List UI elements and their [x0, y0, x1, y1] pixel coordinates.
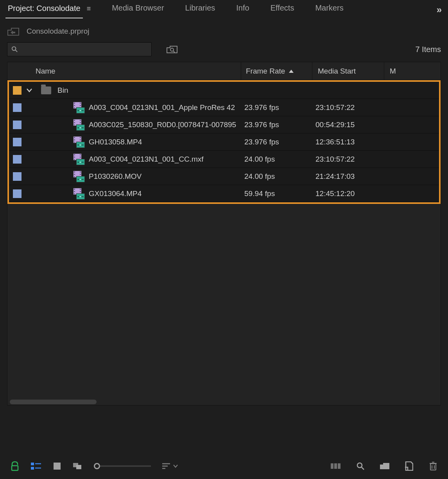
svg-rect-7	[31, 467, 34, 470]
column-name[interactable]: Name	[29, 62, 241, 80]
svg-point-18	[357, 463, 362, 468]
clip-name: P1030260.MOV	[89, 172, 244, 181]
video-audio-clip-icon	[73, 188, 85, 200]
zoom-slider[interactable]	[94, 463, 151, 469]
project-header: Consolodate.prproj	[0, 20, 448, 40]
clip-frame-rate: 23.976 fps	[244, 138, 315, 146]
bin-row[interactable]: Bin	[9, 82, 439, 99]
sort-ascending-icon	[289, 70, 294, 73]
svg-point-0	[12, 47, 16, 50]
svg-rect-5	[31, 463, 34, 465]
tab-media-browser[interactable]: Media Browser	[109, 2, 166, 17]
tab-libraries[interactable]: Libraries	[183, 2, 218, 17]
horizontal-scrollbar[interactable]	[7, 399, 441, 405]
item-count: 7 Items	[415, 45, 441, 54]
sort-menu-button[interactable]	[162, 463, 178, 470]
tabs-overflow-button[interactable]: »	[434, 4, 444, 15]
label-chip[interactable]	[13, 103, 22, 112]
clip-frame-rate: 59.94 fps	[244, 189, 315, 198]
label-chip[interactable]	[13, 189, 22, 198]
list-view-button[interactable]	[29, 459, 43, 473]
clip-frame-rate: 24.00 fps	[244, 172, 315, 181]
search-row: 7 Items	[0, 40, 448, 62]
svg-rect-15	[331, 463, 333, 469]
clip-media-start: 12:45:12:20	[315, 189, 387, 198]
navigate-up-icon[interactable]	[7, 27, 20, 36]
clip-media-start: 00:54:29:15	[315, 121, 387, 129]
svg-line-1	[15, 50, 17, 52]
clip-name: A003_C004_0213N1_001_Apple ProRes 42	[89, 103, 244, 112]
new-bin-button[interactable]	[378, 459, 392, 473]
bottom-toolbar	[0, 453, 448, 479]
tab-markers[interactable]: Markers	[313, 2, 346, 17]
tab-project[interactable]: Project: Consolodate	[5, 3, 83, 18]
panel-tab-strip: Project: Consolodate ≡ Media Browser Lib…	[0, 0, 448, 20]
clip-row[interactable]: A003_C004_0213N1_001_Apple ProRes 42 23.…	[9, 99, 439, 116]
new-item-button[interactable]	[402, 459, 416, 473]
svg-rect-4	[12, 466, 18, 470]
svg-line-19	[362, 467, 364, 470]
column-frame-rate[interactable]: Frame Rate	[241, 62, 312, 80]
video-audio-clip-icon	[73, 153, 85, 165]
svg-rect-20	[430, 464, 436, 470]
svg-rect-16	[334, 463, 337, 469]
clip-name: GX013064.MP4	[89, 189, 244, 198]
chevron-down-icon	[26, 88, 32, 93]
chevron-down-icon	[173, 464, 178, 468]
clip-frame-rate: 24.00 fps	[244, 155, 315, 164]
video-audio-clip-icon	[73, 136, 85, 148]
panel-menu-icon[interactable]: ≡	[85, 5, 93, 15]
clip-media-start: 12:36:51:13	[315, 138, 387, 146]
clip-row[interactable]: A003_C004_0213N1_001_CC.mxf 24.00 fps 23…	[9, 151, 439, 168]
new-search-bin-button[interactable]	[167, 45, 178, 54]
clip-frame-rate: 23.976 fps	[244, 121, 315, 129]
zoom-slider-knob[interactable]	[94, 463, 100, 469]
label-chip[interactable]	[13, 86, 22, 95]
find-button[interactable]	[353, 459, 367, 473]
clip-row[interactable]: P1030260.MOV 24.00 fps 21:24:17:03	[9, 168, 439, 185]
svg-point-2	[170, 48, 174, 51]
svg-rect-17	[338, 463, 340, 469]
column-header-row: Name Frame Rate Media Start M	[7, 62, 441, 80]
svg-rect-11	[76, 465, 81, 469]
folder-icon	[41, 86, 51, 94]
freeform-view-button[interactable]	[71, 459, 85, 473]
write-lock-toggle[interactable]	[8, 459, 22, 473]
icon-view-button[interactable]	[50, 459, 64, 473]
clip-name: GH013058.MP4	[89, 138, 244, 146]
label-chip[interactable]	[13, 172, 22, 181]
project-list: Name Frame Rate Media Start M Bin A003_C…	[7, 62, 441, 405]
label-chip[interactable]	[13, 155, 22, 164]
column-media-start[interactable]: Media Start	[312, 62, 384, 80]
scrollbar-thumb[interactable]	[10, 400, 97, 404]
clip-name: A003C025_150830_R0D0.[0078471-007895	[89, 121, 244, 129]
video-audio-clip-icon	[73, 102, 85, 113]
tab-info[interactable]: Info	[234, 2, 251, 17]
search-icon	[11, 46, 18, 53]
clip-frame-rate: 23.976 fps	[244, 103, 315, 112]
selection-highlight: Bin A003_C004_0213N1_001_Apple ProRes 42…	[7, 80, 441, 204]
clip-media-start: 23:10:57:22	[315, 103, 387, 112]
clip-row[interactable]: GX013064.MP4 59.94 fps 12:45:12:20	[9, 185, 439, 202]
svg-line-3	[173, 51, 175, 52]
expand-toggle[interactable]	[22, 88, 36, 93]
clip-media-start: 23:10:57:22	[315, 155, 387, 164]
bin-name: Bin	[56, 86, 68, 95]
clip-name: A003_C004_0213N1_001_CC.mxf	[89, 155, 244, 164]
search-input[interactable]	[18, 46, 147, 53]
clip-row[interactable]: GH013058.MP4 23.976 fps 12:36:51:13	[9, 133, 439, 151]
label-chip[interactable]	[13, 138, 22, 146]
clip-row[interactable]: A003C025_150830_R0D0.[0078471-007895 23.…	[9, 116, 439, 133]
label-chip[interactable]	[13, 121, 22, 129]
automate-to-sequence-button[interactable]	[329, 459, 343, 473]
empty-list-area[interactable]	[7, 204, 441, 399]
clip-media-start: 21:24:17:03	[315, 172, 387, 181]
search-box[interactable]	[7, 42, 152, 56]
project-filename: Consolodate.prproj	[27, 27, 90, 36]
video-audio-clip-icon	[73, 119, 85, 131]
video-audio-clip-icon	[73, 171, 85, 182]
tab-effects[interactable]: Effects	[268, 2, 297, 17]
zoom-slider-track	[100, 465, 151, 467]
column-media-end[interactable]: M	[384, 67, 441, 76]
delete-button[interactable]	[426, 459, 440, 473]
